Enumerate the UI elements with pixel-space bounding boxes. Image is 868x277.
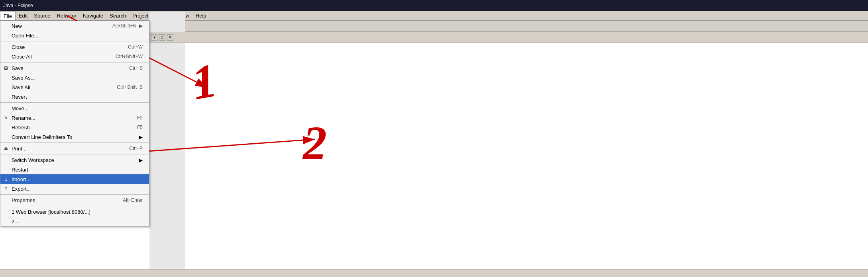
- menu-item-export[interactable]: ⤒ Export...: [0, 184, 149, 193]
- print-icon: 🖶: [3, 145, 9, 152]
- new-label: New: [12, 23, 22, 29]
- menu-navigate[interactable]: Navigate: [80, 11, 106, 20]
- restart-label: Restart: [12, 167, 28, 173]
- print-label: Print...: [12, 146, 27, 152]
- refresh-label: Refresh: [12, 125, 30, 131]
- panel-minimize-btn[interactable]: ▾: [151, 34, 157, 41]
- refresh-shortcut: F5: [137, 125, 143, 130]
- menu-source[interactable]: Source: [31, 11, 53, 20]
- menu-item-restart[interactable]: Restart: [0, 165, 149, 174]
- menu-item-refresh[interactable]: Refresh F5: [0, 123, 149, 132]
- properties-shortcut: Alt+Enter: [123, 197, 143, 203]
- rename-label: Rename...: [12, 115, 35, 121]
- open-file-label: Open File...: [12, 33, 38, 39]
- rename-shortcut: F2: [137, 115, 143, 121]
- save-all-label: Save All: [12, 84, 30, 90]
- import-label: Import...: [12, 176, 31, 182]
- menu-item-save-all[interactable]: Save All Ctrl+Shift+S: [0, 82, 149, 92]
- sep-1: [0, 41, 149, 41]
- switch-workspace-label: Switch Workspace: [12, 157, 54, 163]
- menu-item-web-browser[interactable]: 1 Web Browser [localhost:8080/...]: [0, 207, 149, 217]
- menu-item-revert[interactable]: Revert: [0, 92, 149, 101]
- panel-header: ▾ □ ✕: [149, 32, 868, 43]
- status-bar: [0, 269, 868, 277]
- move-label: Move...: [12, 105, 29, 111]
- sep-5: [0, 154, 149, 154]
- menu-edit[interactable]: Edit: [16, 11, 31, 20]
- close-all-shortcut: Ctrl+Shift+W: [116, 54, 143, 59]
- panel-maximize-btn[interactable]: □: [159, 34, 165, 41]
- menu-search[interactable]: Search: [106, 11, 129, 20]
- menu-bar: File Edit Source Refactor Navigate Searc…: [0, 11, 868, 21]
- menu-item-convert[interactable]: Convert Line Delimiters To ▶: [0, 132, 149, 142]
- sep-7: [0, 206, 149, 206]
- title-bar: Java - Eclipse: [0, 0, 868, 11]
- properties-label: Properties: [12, 197, 35, 203]
- menu-item-import[interactable]: ⤓ Import...: [0, 174, 149, 184]
- web-browser-label: 1 Web Browser [localhost:8080/...]: [12, 209, 90, 215]
- print-shortcut: Ctrl+P: [129, 146, 143, 151]
- menu-item-switch-workspace[interactable]: Switch Workspace ▶: [0, 155, 149, 165]
- import-icon: ⤓: [3, 176, 9, 182]
- menu-item-print[interactable]: 🖶 Print... Ctrl+P: [0, 144, 149, 153]
- file-menu-dropdown: New Alt+Shift+N ▶ Open File... Close Ctr…: [0, 21, 149, 226]
- menu-refactor[interactable]: Refactor: [54, 11, 80, 20]
- title-bar-text: Java - Eclipse: [3, 3, 33, 8]
- close-shortcut: Ctrl+W: [128, 44, 143, 50]
- recent-2-label: 2 ...: [12, 218, 20, 224]
- menu-item-close[interactable]: Close Ctrl+W: [0, 42, 149, 52]
- export-icon: ⤒: [3, 185, 9, 192]
- save-all-shortcut: Ctrl+Shift+S: [117, 84, 143, 90]
- panel-close-btn[interactable]: ✕: [167, 34, 173, 41]
- menu-project[interactable]: Project: [129, 11, 151, 20]
- menu-item-open-file[interactable]: Open File...: [0, 31, 149, 40]
- switch-workspace-arrow: ▶: [139, 157, 143, 163]
- revert-label: Revert: [12, 94, 27, 100]
- menu-item-new[interactable]: New Alt+Shift+N ▶: [0, 21, 149, 31]
- menu-help[interactable]: Help: [192, 11, 210, 20]
- menu-item-close-all[interactable]: Close All Ctrl+Shift+W: [0, 52, 149, 61]
- editor-gutter: [149, 12, 185, 277]
- rename-icon: ✎: [3, 115, 9, 121]
- menu-item-recent-2[interactable]: 2 ...: [0, 217, 149, 226]
- new-shortcut: Alt+Shift+N ▶: [112, 23, 143, 29]
- close-all-label: Close All: [12, 54, 32, 60]
- menu-item-save[interactable]: 🖫 Save Ctrl+S: [0, 63, 149, 73]
- sep-4: [0, 142, 149, 143]
- menu-item-rename[interactable]: ✎ Rename... F2: [0, 113, 149, 123]
- sep-6: [0, 194, 149, 195]
- convert-arrow: ▶: [139, 134, 143, 140]
- editor-area: [185, 32, 868, 277]
- save-icon: 🖫: [3, 65, 9, 71]
- sep-2: [0, 62, 149, 62]
- save-as-label: Save As...: [12, 75, 35, 81]
- sep-3: [0, 102, 149, 103]
- menu-item-save-as[interactable]: Save As...: [0, 73, 149, 82]
- close-label: Close: [12, 44, 25, 50]
- save-label: Save: [12, 65, 24, 71]
- menu-item-properties[interactable]: Properties Alt+Enter: [0, 195, 149, 205]
- save-shortcut: Ctrl+S: [129, 65, 143, 71]
- menu-item-move[interactable]: Move...: [0, 103, 149, 113]
- menu-file[interactable]: File: [0, 11, 16, 20]
- convert-label: Convert Line Delimiters To: [12, 134, 72, 140]
- export-label: Export...: [12, 186, 31, 192]
